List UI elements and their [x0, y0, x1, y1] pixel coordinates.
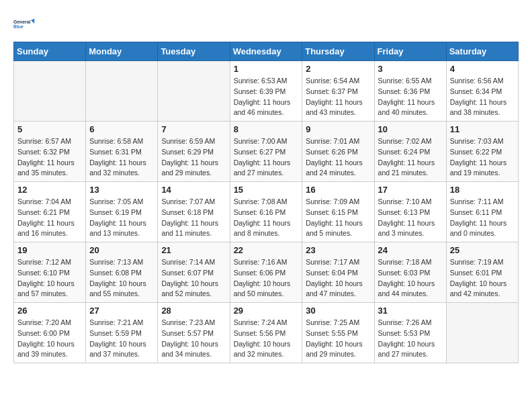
day-info: Sunrise: 6:56 AM Sunset: 6:34 PM Dayligh…	[450, 76, 515, 118]
calendar-cell: 22Sunrise: 7:16 AM Sunset: 6:06 PM Dayli…	[230, 242, 302, 303]
day-number: 27	[89, 306, 154, 316]
calendar-cell: 14Sunrise: 7:07 AM Sunset: 6:18 PM Dayli…	[158, 182, 230, 242]
calendar-week-4: 19Sunrise: 7:12 AM Sunset: 6:10 PM Dayli…	[14, 242, 519, 303]
calendar-cell: 25Sunrise: 7:19 AM Sunset: 6:01 PM Dayli…	[446, 242, 518, 303]
calendar-cell: 3Sunrise: 6:55 AM Sunset: 6:36 PM Daylig…	[374, 61, 446, 122]
day-info: Sunrise: 7:11 AM Sunset: 6:11 PM Dayligh…	[450, 197, 515, 239]
day-info: Sunrise: 7:05 AM Sunset: 6:19 PM Dayligh…	[89, 197, 154, 239]
calendar-cell: 26Sunrise: 7:20 AM Sunset: 6:00 PM Dayli…	[14, 303, 86, 363]
calendar-cell: 1Sunrise: 6:53 AM Sunset: 6:39 PM Daylig…	[230, 61, 302, 122]
day-info: Sunrise: 6:59 AM Sunset: 6:29 PM Dayligh…	[161, 136, 226, 179]
calendar-week-2: 5Sunrise: 6:57 AM Sunset: 6:32 PM Daylig…	[14, 122, 519, 182]
calendar-cell: 2Sunrise: 6:54 AM Sunset: 6:37 PM Daylig…	[302, 61, 374, 122]
day-info: Sunrise: 7:04 AM Sunset: 6:21 PM Dayligh…	[17, 197, 82, 239]
calendar-week-3: 12Sunrise: 7:04 AM Sunset: 6:21 PM Dayli…	[14, 182, 519, 242]
calendar-cell: 15Sunrise: 7:08 AM Sunset: 6:16 PM Dayli…	[230, 182, 302, 242]
weekday-header-friday: Friday	[374, 42, 446, 61]
day-info: Sunrise: 7:12 AM Sunset: 6:10 PM Dayligh…	[17, 257, 82, 300]
day-number: 24	[378, 245, 443, 255]
day-info: Sunrise: 6:53 AM Sunset: 6:39 PM Dayligh…	[234, 76, 299, 118]
day-info: Sunrise: 6:55 AM Sunset: 6:36 PM Dayligh…	[378, 76, 443, 118]
calendar-cell: 7Sunrise: 6:59 AM Sunset: 6:29 PM Daylig…	[158, 122, 230, 182]
weekday-header-monday: Monday	[86, 42, 158, 61]
day-info: Sunrise: 7:09 AM Sunset: 6:15 PM Dayligh…	[306, 197, 370, 239]
day-info: Sunrise: 7:21 AM Sunset: 5:59 PM Dayligh…	[89, 318, 154, 360]
day-number: 9	[306, 124, 370, 134]
day-number: 25	[450, 245, 515, 255]
day-number: 6	[89, 124, 154, 134]
day-info: Sunrise: 7:14 AM Sunset: 6:07 PM Dayligh…	[161, 257, 226, 300]
svg-text:General: General	[13, 19, 30, 24]
calendar-table: SundayMondayTuesdayWednesdayThursdayFrid…	[13, 42, 519, 363]
day-number: 12	[17, 185, 82, 195]
day-info: Sunrise: 7:00 AM Sunset: 6:27 PM Dayligh…	[234, 136, 299, 179]
day-number: 19	[17, 245, 82, 255]
day-info: Sunrise: 7:26 AM Sunset: 5:53 PM Dayligh…	[378, 318, 443, 360]
calendar-cell: 23Sunrise: 7:17 AM Sunset: 6:04 PM Dayli…	[302, 242, 374, 303]
logo-icon: GeneralBlue	[13, 13, 35, 35]
svg-text:Blue: Blue	[13, 24, 24, 29]
calendar-cell: 11Sunrise: 7:03 AM Sunset: 6:22 PM Dayli…	[446, 122, 518, 182]
day-number: 21	[161, 245, 226, 255]
calendar-cell: 19Sunrise: 7:12 AM Sunset: 6:10 PM Dayli…	[14, 242, 86, 303]
calendar-cell: 21Sunrise: 7:14 AM Sunset: 6:07 PM Dayli…	[158, 242, 230, 303]
day-info: Sunrise: 7:01 AM Sunset: 6:26 PM Dayligh…	[306, 136, 370, 179]
day-info: Sunrise: 7:17 AM Sunset: 6:04 PM Dayligh…	[306, 257, 370, 300]
calendar-cell: 9Sunrise: 7:01 AM Sunset: 6:26 PM Daylig…	[302, 122, 374, 182]
day-number: 29	[234, 306, 299, 316]
calendar-week-1: 1Sunrise: 6:53 AM Sunset: 6:39 PM Daylig…	[14, 61, 519, 122]
day-number: 30	[306, 306, 370, 316]
day-number: 22	[234, 245, 299, 255]
day-info: Sunrise: 6:54 AM Sunset: 6:37 PM Dayligh…	[306, 76, 370, 118]
day-number: 2	[306, 64, 370, 74]
day-number: 7	[161, 124, 226, 134]
day-number: 28	[161, 306, 226, 316]
calendar-cell: 16Sunrise: 7:09 AM Sunset: 6:15 PM Dayli…	[302, 182, 374, 242]
day-number: 13	[89, 185, 154, 195]
day-info: Sunrise: 7:16 AM Sunset: 6:06 PM Dayligh…	[234, 257, 299, 300]
day-number: 23	[306, 245, 370, 255]
calendar-cell: 12Sunrise: 7:04 AM Sunset: 6:21 PM Dayli…	[14, 182, 86, 242]
weekday-header-wednesday: Wednesday	[230, 42, 302, 61]
day-number: 1	[234, 64, 299, 74]
day-number: 17	[378, 185, 443, 195]
calendar-cell	[86, 61, 158, 122]
day-info: Sunrise: 7:02 AM Sunset: 6:24 PM Dayligh…	[378, 136, 443, 179]
weekday-header-row: SundayMondayTuesdayWednesdayThursdayFrid…	[14, 42, 519, 61]
day-info: Sunrise: 7:19 AM Sunset: 6:01 PM Dayligh…	[450, 257, 515, 300]
calendar-cell: 31Sunrise: 7:26 AM Sunset: 5:53 PM Dayli…	[374, 303, 446, 363]
day-info: Sunrise: 7:03 AM Sunset: 6:22 PM Dayligh…	[450, 136, 515, 179]
day-number: 16	[306, 185, 370, 195]
calendar-cell: 28Sunrise: 7:23 AM Sunset: 5:57 PM Dayli…	[158, 303, 230, 363]
calendar-cell	[158, 61, 230, 122]
day-number: 18	[450, 185, 515, 195]
calendar-cell: 30Sunrise: 7:25 AM Sunset: 5:55 PM Dayli…	[302, 303, 374, 363]
day-number: 26	[17, 306, 82, 316]
day-info: Sunrise: 7:25 AM Sunset: 5:55 PM Dayligh…	[306, 318, 370, 360]
day-info: Sunrise: 7:24 AM Sunset: 5:56 PM Dayligh…	[234, 318, 299, 360]
calendar-cell: 18Sunrise: 7:11 AM Sunset: 6:11 PM Dayli…	[446, 182, 518, 242]
day-info: Sunrise: 7:08 AM Sunset: 6:16 PM Dayligh…	[234, 197, 299, 239]
calendar-cell	[446, 303, 518, 363]
calendar-cell: 17Sunrise: 7:10 AM Sunset: 6:13 PM Dayli…	[374, 182, 446, 242]
weekday-header-sunday: Sunday	[14, 42, 86, 61]
day-info: Sunrise: 6:58 AM Sunset: 6:31 PM Dayligh…	[89, 136, 154, 179]
calendar-cell: 29Sunrise: 7:24 AM Sunset: 5:56 PM Dayli…	[230, 303, 302, 363]
day-info: Sunrise: 7:13 AM Sunset: 6:08 PM Dayligh…	[89, 257, 154, 300]
calendar-cell: 20Sunrise: 7:13 AM Sunset: 6:08 PM Dayli…	[86, 242, 158, 303]
calendar-cell: 6Sunrise: 6:58 AM Sunset: 6:31 PM Daylig…	[86, 122, 158, 182]
calendar-cell: 5Sunrise: 6:57 AM Sunset: 6:32 PM Daylig…	[14, 122, 86, 182]
day-info: Sunrise: 7:07 AM Sunset: 6:18 PM Dayligh…	[161, 197, 226, 239]
day-number: 5	[17, 124, 82, 134]
day-number: 10	[378, 124, 443, 134]
day-number: 11	[450, 124, 515, 134]
day-number: 4	[450, 64, 515, 74]
calendar-cell	[14, 61, 86, 122]
day-info: Sunrise: 7:18 AM Sunset: 6:03 PM Dayligh…	[378, 257, 443, 300]
day-info: Sunrise: 7:10 AM Sunset: 6:13 PM Dayligh…	[378, 197, 443, 239]
day-number: 3	[378, 64, 443, 74]
weekday-header-tuesday: Tuesday	[158, 42, 230, 61]
day-info: Sunrise: 7:23 AM Sunset: 5:57 PM Dayligh…	[161, 318, 226, 360]
logo: GeneralBlue	[13, 13, 35, 35]
day-number: 15	[234, 185, 299, 195]
